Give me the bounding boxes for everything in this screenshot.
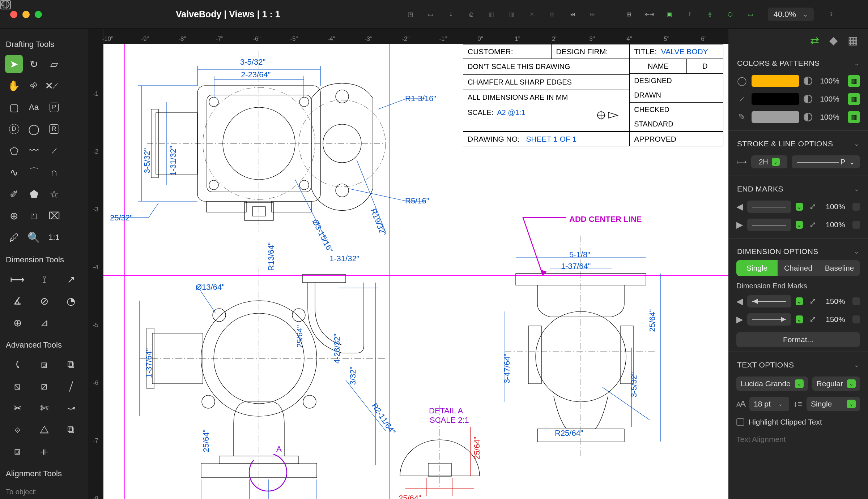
center-mark-tool[interactable]: ⊕ <box>5 314 30 332</box>
undo-icon[interactable] <box>132 8 145 21</box>
new-doc-icon[interactable]: ◳ <box>404 8 417 21</box>
pen-weight-select[interactable]: 2H⌄ <box>751 155 787 168</box>
add-center-line-annot[interactable]: ADD CENTER LINE <box>569 215 642 224</box>
cut-tool[interactable]: ✂ <box>5 399 30 417</box>
font-style-select[interactable]: Regular⌄ <box>812 377 860 391</box>
curve-tool[interactable]: ⤻ <box>59 399 83 417</box>
outset-tool[interactable]: ⧉ <box>59 356 83 374</box>
fill-mode-button[interactable]: ▦ <box>848 75 860 87</box>
bezier-tool[interactable]: ∿ <box>5 163 23 181</box>
link-tool[interactable]: ⧉ <box>59 421 83 439</box>
print-icon[interactable]: ⎙ <box>465 8 478 21</box>
style-tab-icon[interactable]: ⇄ <box>810 34 819 47</box>
mirror-tool[interactable]: ⧋ <box>32 421 56 439</box>
vertical-dimension-tool[interactable]: ⟟ <box>32 270 56 288</box>
grid-icon[interactable]: ⊞ <box>622 8 635 21</box>
layers-tab-icon[interactable]: ◆ <box>829 34 838 47</box>
fill-opacity[interactable]: 100% <box>816 77 843 85</box>
polyline-tool[interactable]: 〰 <box>25 142 43 160</box>
erase-tool[interactable]: ⌧ <box>45 207 63 225</box>
share-icon[interactable]: ⇪ <box>825 8 838 21</box>
pointer-tool[interactable]: ➤ <box>5 55 23 73</box>
stroke-mode-button[interactable]: ▦ <box>848 93 860 105</box>
tool-d-icon[interactable]: ⊞ <box>546 8 559 21</box>
snap-icon[interactable]: ⇤⇥ <box>643 8 656 21</box>
radius-dimension-tool[interactable]: ◔ <box>59 292 83 310</box>
start-endmark-scale[interactable]: 100% <box>822 202 848 211</box>
arc2-tool[interactable]: ∩ <box>45 163 63 181</box>
direct-select-tool[interactable]: ⤹ <box>5 356 30 374</box>
datum-tool[interactable]: D <box>5 120 23 138</box>
tool-a-icon[interactable]: ◧ <box>485 8 498 21</box>
inspector-toggle-icon[interactable] <box>845 8 858 21</box>
forward-icon[interactable]: ⏭ <box>586 8 599 21</box>
rectangle-tool[interactable]: ▢ <box>5 98 23 116</box>
highlight-clipped-checkbox[interactable]: Highlight Clipped Text <box>728 414 868 430</box>
format-button[interactable]: Format... <box>736 332 860 347</box>
polygon-tool[interactable]: ⬠ <box>5 142 23 160</box>
ellipse-tool[interactable]: ◯ <box>25 120 43 138</box>
rewind-icon[interactable]: ⏮ <box>566 8 579 21</box>
actual-size-tool[interactable]: 1:1 <box>45 228 63 246</box>
mode-single[interactable]: Single <box>736 260 778 276</box>
line-style-select[interactable]: P⌄ <box>792 155 860 168</box>
revision-tool[interactable]: R <box>45 120 63 138</box>
angle2-tool[interactable]: ⊿ <box>32 314 56 332</box>
scan-tool[interactable]: ⧈ <box>5 442 30 460</box>
minimize-window-icon[interactable] <box>22 11 30 18</box>
dimension-options-header[interactable]: DIMENSION OPTIONS⌄ <box>728 243 868 260</box>
mode-baseline[interactable]: Baseline <box>819 260 860 276</box>
scissors-tool[interactable]: ✄ <box>32 399 56 417</box>
sidebar-toggle-icon[interactable] <box>113 8 126 21</box>
drawing-canvas[interactable]: 3-5/32" 2-23/64" 3-5/32" 1-31/32" 25/32"… <box>103 44 728 499</box>
start-endmark-select[interactable] <box>747 201 791 213</box>
trim-tool[interactable]: ✕⟋ <box>45 77 63 95</box>
zoom-level[interactable]: 40.0% ⌄ <box>768 8 814 21</box>
eyedropper-tool[interactable]: 🖊 <box>5 228 23 246</box>
dimension-mode-segment[interactable]: Single Chained Baseline <box>736 260 860 276</box>
fill-color-swatch[interactable] <box>752 75 799 87</box>
fullscreen-window-icon[interactable] <box>35 11 42 18</box>
endmarks-section-header[interactable]: END MARKS⌄ <box>728 180 868 198</box>
tool-c-icon[interactable]: ✕ <box>526 8 539 21</box>
outline-icon[interactable]: ⬡ <box>724 8 737 21</box>
shadow-opacity[interactable]: 100% <box>816 113 843 121</box>
open-icon[interactable]: ▭ <box>424 8 437 21</box>
angle-dimension-tool[interactable]: ∡ <box>5 292 30 310</box>
close-window-icon[interactable] <box>10 11 17 18</box>
union-tool[interactable]: ⧅ <box>5 377 30 395</box>
hand-tool[interactable]: ✋ <box>5 77 23 95</box>
aligned-dimension-tool[interactable]: ↗ <box>59 270 83 288</box>
rotate-tool[interactable]: ↻ <box>25 55 43 73</box>
star-tool[interactable]: ☆ <box>45 185 63 203</box>
nodes-tool[interactable]: ⊕ <box>5 207 23 225</box>
colors-section-header[interactable]: COLORS & PATTERNS⌄ <box>728 55 868 72</box>
dim-start-scale[interactable]: 150% <box>822 297 848 306</box>
font-size-input[interactable]: 18 pt⌄ <box>749 397 789 411</box>
centers-icon[interactable]: ⟟ <box>683 8 696 21</box>
angle-tool[interactable]: 90 <box>25 77 43 95</box>
stroke-color-swatch[interactable] <box>752 93 799 105</box>
tool-b-icon[interactable]: ◨ <box>505 8 518 21</box>
redo-icon[interactable] <box>152 8 165 21</box>
shadow-mode-button[interactable]: ▦ <box>848 111 860 123</box>
distribute-tool[interactable]: ⟛ <box>32 442 56 460</box>
line-spacing-select[interactable]: Single⌄ <box>807 397 860 411</box>
font-family-select[interactable]: Lucida Grande⌄ <box>736 377 808 391</box>
skew-tool[interactable]: ⧸ <box>59 377 83 395</box>
shear-tool[interactable]: ▱ <box>45 55 63 73</box>
zoom-tool[interactable]: 🔍 <box>25 228 43 246</box>
blob-tool[interactable]: ⬟ <box>25 185 43 203</box>
text-options-header[interactable]: TEXT OPTIONS⌄ <box>728 356 868 374</box>
stamp-tool[interactable]: ⏍ <box>25 207 43 225</box>
horizontal-dimension-tool[interactable]: ⟼ <box>5 270 30 288</box>
preview-icon[interactable]: ▭ <box>744 8 757 21</box>
param-tool[interactable]: P <box>45 98 63 116</box>
mode-chained[interactable]: Chained <box>778 260 819 276</box>
stroke-section-header[interactable]: STROKE & LINE OPTIONS⌄ <box>728 135 868 152</box>
dim-end-endmark-select[interactable] <box>747 313 791 326</box>
text-tool[interactable]: Aa <box>25 98 43 116</box>
shadow-color-swatch[interactable] <box>752 111 799 123</box>
dim-start-endmark-select[interactable] <box>747 295 791 307</box>
stroke-opacity[interactable]: 100% <box>816 95 843 103</box>
